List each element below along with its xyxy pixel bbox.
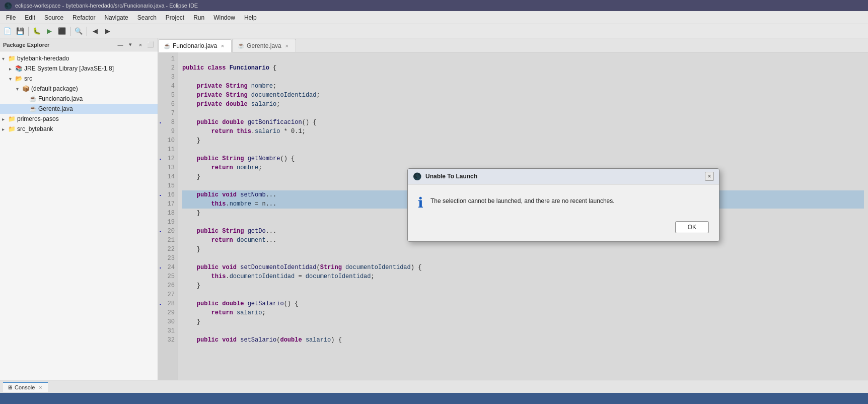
bottom-panel: 🖥Console×: [0, 380, 868, 393]
sidebar-menu-btn[interactable]: ▾: [126, 41, 134, 49]
menu-item-help[interactable]: Help: [240, 13, 261, 22]
toolbar-debug[interactable]: 🐛: [31, 26, 42, 37]
tree-arrow: ▸: [2, 116, 8, 122]
tree-label-bytebank: bytebank-heredado: [17, 55, 69, 62]
titlebar-text: eclipse-workspace - bytebank-heredado/sr…: [15, 3, 198, 9]
toolbar-sep1: [28, 27, 29, 36]
modal-body: ℹ The selection cannot be launched, and …: [408, 184, 719, 216]
tree-icon-gerente: ☕: [29, 105, 37, 112]
tree-icon-src: 📂: [15, 75, 23, 82]
menu-item-edit[interactable]: Edit: [21, 13, 39, 22]
menubar: FileEditSourceRefactorNavigateSearchProj…: [0, 11, 868, 24]
tree-item-jre[interactable]: ▸📚JRE System Library [JavaSE-1.8]: [0, 63, 158, 74]
toolbar: 📄 💾 🐛 ▶ ⬛ 🔍 ◀ ▶: [0, 24, 868, 38]
tree-arrow: ▾: [16, 86, 22, 92]
tree-label-default-pkg: (default package): [31, 85, 78, 92]
bottom-tab-icon-console-tab: 🖥: [7, 384, 13, 390]
sidebar-title: Package Explorer: [3, 42, 114, 48]
tree-label-src: src: [24, 75, 32, 82]
sidebar-close-btn[interactable]: ×: [136, 41, 144, 49]
tree-item-default-pkg[interactable]: ▾📦(default package): [0, 84, 158, 94]
tree-icon-default-pkg: 📦: [22, 85, 30, 92]
tree-arrow: ▾: [2, 56, 8, 61]
toolbar-sep3: [87, 27, 87, 36]
sidebar-tree: ▾📁bytebank-heredado▸📚JRE System Library …: [0, 51, 158, 380]
tree-icon-bytebank: 📁: [8, 55, 16, 62]
tab-icon-gerente-tab: ☕: [238, 42, 245, 49]
toolbar-sep2: [70, 27, 70, 36]
sidebar-minimize-btn[interactable]: —: [116, 41, 124, 49]
code-editor[interactable]: 1234567891011121314151617181920212223242…: [158, 52, 868, 380]
modal-ok-button[interactable]: OK: [675, 221, 709, 233]
toolbar-search[interactable]: 🔍: [73, 26, 84, 37]
tree-icon-funcionario: ☕: [29, 95, 37, 102]
menu-item-search[interactable]: Search: [133, 13, 161, 22]
modal-close-button[interactable]: ×: [705, 172, 714, 181]
toolbar-run[interactable]: ▶: [44, 26, 55, 37]
tree-item-primeros-pasos[interactable]: ▸📁primeros-pasos: [0, 114, 158, 124]
modal-info-icon: ℹ: [418, 194, 423, 211]
menu-item-window[interactable]: Window: [209, 13, 239, 22]
bottom-tab-console-tab[interactable]: 🖥Console×: [3, 382, 48, 392]
modal-message: The selection cannot be launched, and th…: [430, 194, 615, 206]
tree-icon-jre: 📚: [15, 65, 23, 72]
tree-label-primeros-pasos: primeros-pasos: [17, 115, 59, 122]
tab-icon-funcionario-tab: ☕: [164, 43, 171, 49]
tree-label-jre: JRE System Library [JavaSE-1.8]: [24, 65, 114, 72]
sidebar: Package Explorer — ▾ × ⬜ ▾📁bytebank-here…: [0, 38, 158, 380]
tree-item-src-bytebank[interactable]: ▸📁src_bytebank: [0, 124, 158, 134]
sidebar-maximize-btn[interactable]: ⬜: [147, 41, 155, 49]
menu-item-refactor[interactable]: Refactor: [68, 13, 99, 22]
toolbar-new[interactable]: 📄: [2, 26, 13, 37]
modal-eclipse-icon: 🌑: [413, 172, 421, 180]
sidebar-header: Package Explorer — ▾ × ⬜: [0, 38, 158, 51]
toolbar-save[interactable]: 💾: [15, 26, 26, 37]
modal-dialog: 🌑 Unable To Launch × ℹ The selection can…: [407, 168, 719, 242]
editor-area: ☕Funcionario.java×☕Gerente.java× 1234567…: [158, 38, 868, 380]
bottom-tab-label-console-tab: Console: [15, 384, 35, 390]
main-layout: Package Explorer — ▾ × ⬜ ▾📁bytebank-here…: [0, 38, 868, 380]
tab-label-funcionario-tab: Funcionario.java: [173, 42, 217, 49]
toolbar-prev[interactable]: ◀: [90, 26, 101, 37]
tree-label-src-bytebank: src_bytebank: [17, 125, 53, 132]
tab-label-gerente-tab: Gerente.java: [247, 42, 281, 49]
tab-close-gerente-tab[interactable]: ×: [283, 42, 291, 49]
tree-label-funcionario: Funcionario.java: [38, 95, 83, 102]
modal-titlebar: 🌑 Unable To Launch ×: [408, 169, 719, 184]
tab-close-funcionario-tab[interactable]: ×: [219, 42, 226, 49]
tab-gerente-tab[interactable]: ☕Gerente.java×: [232, 39, 296, 52]
tree-item-bytebank[interactable]: ▾📁bytebank-heredado: [0, 53, 158, 63]
editor-tabs: ☕Funcionario.java×☕Gerente.java×: [158, 38, 868, 52]
eclipse-icon: 🌑: [4, 2, 12, 10]
tree-icon-src-bytebank: 📁: [8, 125, 16, 132]
status-bar: [0, 393, 868, 404]
menu-item-source[interactable]: Source: [40, 13, 67, 22]
tree-arrow: ▸: [9, 66, 15, 72]
modal-title: Unable To Launch: [425, 173, 701, 180]
titlebar: 🌑 eclipse-workspace - bytebank-heredado/…: [0, 0, 868, 11]
menu-item-project[interactable]: Project: [162, 13, 188, 22]
tree-label-gerente: Gerente.java: [38, 105, 73, 112]
menu-item-file[interactable]: File: [2, 13, 20, 22]
tab-funcionario-tab[interactable]: ☕Funcionario.java×: [158, 39, 232, 52]
tree-item-funcionario[interactable]: ☕Funcionario.java: [0, 94, 158, 104]
menu-item-navigate[interactable]: Navigate: [100, 13, 132, 22]
tree-item-src[interactable]: ▾📂src: [0, 74, 158, 84]
modal-footer: OK: [408, 216, 719, 241]
tree-arrow: ▸: [2, 126, 8, 132]
modal-overlay: 🌑 Unable To Launch × ℹ The selection can…: [158, 52, 868, 380]
bottom-tab-close-console-tab[interactable]: ×: [37, 384, 44, 391]
toolbar-next[interactable]: ▶: [102, 26, 113, 37]
tree-arrow: ▾: [9, 76, 15, 82]
tree-icon-primeros-pasos: 📁: [8, 115, 16, 122]
toolbar-stop[interactable]: ⬛: [56, 26, 67, 37]
menu-item-run[interactable]: Run: [189, 13, 208, 22]
tree-item-gerente[interactable]: ☕Gerente.java: [0, 104, 158, 114]
